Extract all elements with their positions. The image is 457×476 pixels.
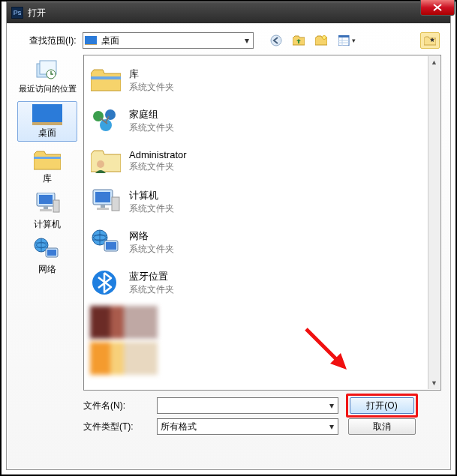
desktop-icon (32, 104, 62, 125)
place-network[interactable]: 网络 (17, 236, 77, 277)
svg-point-2 (271, 35, 281, 46)
lookin-combo[interactable]: 桌面 ▾ (83, 32, 254, 49)
svg-rect-22 (47, 250, 56, 256)
svg-rect-18 (40, 209, 52, 211)
svg-rect-12 (32, 104, 62, 122)
network-icon (90, 226, 122, 258)
close-icon (433, 4, 442, 11)
chevron-down-icon: ▾ (352, 37, 356, 44)
place-computer[interactable]: 计算机 (17, 191, 77, 232)
window-title: 打开 (28, 7, 46, 19)
list-item[interactable] (90, 342, 158, 375)
svg-rect-32 (101, 205, 105, 208)
chevron-down-icon: ▾ (326, 421, 338, 432)
lookin-value: 桌面 (98, 34, 241, 47)
svg-rect-33 (97, 208, 109, 210)
open-button[interactable]: 打开(O) (350, 397, 414, 414)
close-button[interactable] (420, 0, 455, 16)
network-icon (34, 238, 61, 262)
places-bar: 最近访问的位置 桌面 库 计算机 (16, 55, 79, 437)
list-item[interactable]: 库系统文件夹 (87, 60, 437, 100)
homegroup-icon (90, 105, 122, 136)
computer-icon (90, 186, 122, 217)
scrollbar[interactable]: ▲ ▼ (428, 56, 440, 389)
svg-rect-17 (44, 206, 48, 209)
list-item[interactable]: Administrator系统文件夹 (87, 141, 437, 181)
bluetooth-icon (90, 267, 122, 298)
svg-point-3 (322, 36, 326, 40)
svg-rect-13 (32, 122, 62, 125)
filetype-value: 所有格式 (158, 421, 326, 433)
list-item[interactable]: 蓝牙位置系统文件夹 (87, 262, 437, 303)
title-bar[interactable]: Ps 打开 (7, 2, 450, 23)
lookin-label: 查找范围(I): (29, 34, 77, 47)
svg-rect-16 (39, 195, 53, 204)
svg-rect-23 (91, 76, 121, 79)
computer-icon (34, 193, 61, 217)
list-item[interactable] (90, 306, 158, 339)
user-folder-icon (90, 145, 122, 177)
list-item[interactable]: 家庭组系统文件夹 (87, 100, 437, 141)
chevron-down-icon: ▾ (326, 400, 338, 411)
scroll-down-icon[interactable]: ▼ (428, 377, 440, 389)
app-icon: Ps (11, 7, 23, 19)
filename-label: 文件名(N): (83, 400, 149, 412)
views-button[interactable]: ▾ (335, 32, 360, 49)
back-button[interactable] (267, 32, 285, 49)
desktop-icon (83, 36, 98, 45)
filename-combo[interactable]: ▾ (157, 397, 338, 414)
open-dialog: Ps 打开 查找范围(I): 桌面 ▾ (6, 1, 451, 470)
show-favorites-button[interactable] (420, 32, 440, 49)
svg-rect-5 (338, 35, 349, 37)
place-desktop[interactable]: 桌面 (17, 101, 77, 142)
open-button-highlight: 打开(O) (346, 394, 418, 418)
cancel-button[interactable]: 取消 (348, 418, 416, 435)
place-library[interactable]: 库 (17, 146, 77, 187)
filetype-label: 文件类型(T): (83, 421, 149, 433)
svg-rect-14 (34, 157, 61, 159)
filetype-combo[interactable]: 所有格式 ▾ (157, 418, 338, 435)
svg-rect-31 (95, 192, 110, 202)
svg-point-25 (105, 109, 116, 120)
svg-rect-34 (112, 197, 119, 211)
svg-rect-1 (85, 44, 97, 45)
file-list[interactable]: 库系统文件夹 家庭组系统文件夹 Administrator系统文件夹 (83, 55, 441, 391)
nav-toolbar: ▾ (267, 32, 360, 49)
svg-rect-0 (85, 36, 97, 44)
svg-point-29 (97, 160, 104, 168)
svg-rect-37 (106, 242, 116, 250)
up-button[interactable] (290, 32, 308, 49)
new-folder-button[interactable] (312, 32, 330, 49)
recent-places-icon (35, 59, 60, 82)
list-item[interactable]: 计算机系统文件夹 (87, 181, 437, 222)
filename-value (158, 400, 326, 411)
chevron-down-icon: ▾ (241, 35, 253, 46)
svg-rect-19 (53, 200, 59, 212)
library-icon (90, 64, 122, 96)
list-item[interactable]: 网络系统文件夹 (87, 222, 437, 262)
place-recent[interactable]: 最近访问的位置 (17, 56, 77, 97)
library-icon (34, 148, 61, 171)
scroll-up-icon[interactable]: ▲ (428, 56, 440, 68)
